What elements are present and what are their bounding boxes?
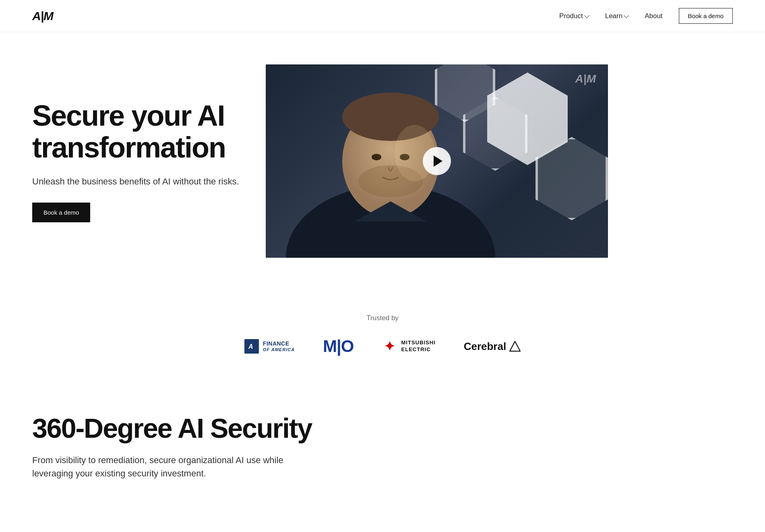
video-thumbnail[interactable]: A|M (266, 64, 608, 258)
trusted-label: Trusted by (366, 314, 399, 322)
trusted-section: Trusted by A FINANCE of AMERICA M|O ✦ MI… (0, 290, 765, 380)
cerebral-logo: Cerebral (464, 340, 521, 353)
mitsubishi-text: MITSUBISHIELECTRIC (401, 339, 436, 353)
cerebral-wordmark: Cerebral (464, 340, 507, 353)
video-watermark: A|M (575, 72, 596, 85)
svg-marker-9 (510, 342, 520, 351)
video-play-button[interactable] (423, 147, 451, 175)
security-section: 360-Degree AI Security From visibility t… (0, 380, 765, 496)
mitsubishi-mark-icon: ✦ (382, 339, 397, 354)
hero-subtitle: Unleash the business benefits of AI with… (32, 175, 242, 188)
hero-book-demo-button[interactable]: Book a demo (32, 203, 90, 222)
nav-links: Product Learn About Book a demo (559, 8, 733, 24)
mitsubishi-electric-logo: ✦ MITSUBISHIELECTRIC (382, 339, 436, 354)
logo[interactable]: A|M (32, 9, 53, 23)
foa-icon: A (244, 339, 259, 354)
svg-point-4 (372, 154, 381, 160)
cerebral-triangle-icon (509, 341, 521, 352)
nav-product-link[interactable]: Product (559, 12, 589, 20)
security-subtitle: From visibility to remediation, secure o… (32, 453, 306, 480)
product-chevron-icon (585, 15, 589, 17)
svg-text:A: A (248, 343, 253, 350)
nav-learn-link[interactable]: Learn (605, 12, 629, 20)
hero-left-content: Secure your AI transformation Unleash th… (32, 100, 242, 222)
navbar: A|M Product Learn About Book a demo (0, 0, 765, 32)
foa-text: FINANCE of AMERICA (263, 340, 295, 352)
foa-symbol: A (247, 342, 256, 351)
trusted-logos-container: A FINANCE of AMERICA M|O ✦ MITSUBISHIELE… (244, 337, 521, 356)
finance-of-america-logo: A FINANCE of AMERICA (244, 339, 295, 354)
mo-logo: M|O (323, 337, 354, 356)
security-title: 360-Degree AI Security (32, 412, 733, 444)
learn-chevron-icon (624, 15, 629, 17)
hero-section: Secure your AI transformation Unleash th… (0, 32, 765, 290)
hero-right-video: A|M (266, 64, 733, 258)
play-icon (434, 155, 442, 167)
nav-book-demo-button[interactable]: Book a demo (679, 8, 733, 24)
nav-about-link[interactable]: About (645, 12, 662, 20)
hero-title: Secure your AI transformation (32, 100, 242, 164)
